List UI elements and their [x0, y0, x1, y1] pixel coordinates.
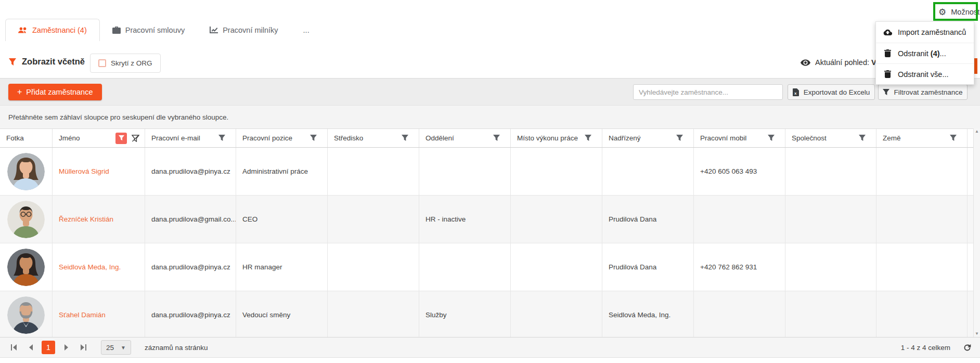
column-header-label: Pracovní pozice [242, 134, 292, 142]
cell-zeme [876, 243, 968, 291]
table-row[interactable]: Sťahel Damiándana.prudilova@pinya.czVedo… [0, 291, 980, 337]
search-input[interactable] [633, 84, 783, 100]
column-header-name[interactable]: Jméno [53, 129, 145, 147]
avatar [7, 296, 45, 334]
scroll-up-icon[interactable]: ▲ [975, 129, 979, 134]
cell-position: HR manager [236, 243, 328, 291]
cell-mobil [694, 291, 785, 337]
hidden-from-org-checkbox[interactable] [98, 59, 106, 67]
page-size-value: 25 [106, 344, 114, 352]
active-filter-icon[interactable] [115, 133, 127, 144]
column-header-photo[interactable]: Fotka [0, 129, 53, 147]
options-button-label: Možnosti [951, 8, 980, 16]
employee-grid: FotkaJménoPracovní e-mailPracovní pozice… [0, 128, 980, 337]
group-drop-zone-text: Přetáhněte sem záhlaví sloupce pro sesku… [8, 113, 228, 121]
cell-zeme [876, 148, 968, 195]
column-filter-icon[interactable] [768, 135, 775, 141]
column-filter-icon[interactable] [585, 135, 591, 141]
cell-misto_vykonu [511, 243, 602, 291]
employee-name-link[interactable]: Sťahel Damián [59, 311, 106, 319]
column-header-label: Země [883, 134, 901, 142]
cell-oddeleni [419, 243, 511, 291]
column-header-stredisko[interactable]: Středisko [328, 129, 419, 147]
options-menu: Import zaměstnancůOdstranit (4)...Odstra… [875, 21, 974, 85]
add-employee-button[interactable]: + Přidat zaměstnance [8, 84, 102, 100]
column-filter-icon[interactable] [310, 135, 317, 141]
column-header-email[interactable]: Pracovní e-mail [145, 129, 236, 147]
scroll-down-icon[interactable]: ▼ [975, 332, 979, 336]
clear-filter-icon[interactable] [132, 135, 139, 142]
cell-stredisko [328, 148, 419, 195]
trash-icon [883, 49, 892, 57]
filter-funnel-icon [8, 58, 17, 66]
employee-name-link[interactable]: Řezníček Kristián [59, 215, 113, 223]
table-row[interactable]: Řezníček Kristiándana.prudilova@gmail.co… [0, 196, 980, 243]
menu-item-1[interactable]: Import zaměstnanců [876, 22, 974, 43]
cell-spolecnost [785, 243, 876, 291]
range-label: 1 - 4 z 4 celkem [901, 344, 950, 352]
cell-oddeleni [419, 148, 511, 195]
cell-mobil: +420 605 063 493 [694, 148, 785, 195]
funnel-icon [883, 89, 889, 96]
employee-name-link[interactable]: Müllerová Sigrid [59, 167, 109, 175]
cell-position: CEO [236, 196, 328, 243]
filter-employees-button[interactable]: Filtrovat zaměstnance [878, 84, 968, 100]
toolbar: + Přidat zaměstnance x Exportovat do Exc… [0, 78, 980, 105]
column-filter-icon[interactable] [402, 135, 408, 141]
table-row[interactable]: Müllerová Sigriddana.prudilova@pinya.czA… [0, 148, 980, 196]
people-icon [18, 27, 28, 34]
tab-2[interactable]: Pracovní smlouvy [100, 19, 197, 41]
refresh-icon[interactable] [963, 343, 972, 352]
tab-4[interactable]: ... [291, 19, 322, 41]
current-view: Aktuální pohled: Výc [801, 58, 885, 67]
cell-stredisko [328, 291, 419, 337]
column-header-zeme[interactable]: Země [876, 129, 968, 147]
hidden-from-org-toggle[interactable]: Skrytí z ORG [90, 54, 161, 73]
hidden-from-org-label: Skrytí z ORG [111, 59, 152, 67]
cell-mobil [694, 196, 785, 243]
cell-stredisko [328, 196, 419, 243]
column-header-position[interactable]: Pracovní pozice [236, 129, 328, 147]
column-header-spolecnost[interactable]: Společnost [785, 129, 876, 147]
grid-vertical-scrollbar[interactable]: ▲ ▼ [973, 128, 980, 337]
briefcase-icon [112, 27, 121, 34]
trash-icon [883, 70, 892, 78]
column-filter-icon[interactable] [676, 135, 683, 141]
cloud-upload-icon [883, 29, 892, 35]
tab-label: ... [303, 26, 310, 34]
cell-nadrizeny: Prudilová Dana [602, 196, 694, 243]
column-header-misto_vykonu[interactable]: Místo výkonu práce [511, 129, 602, 147]
column-filter-icon[interactable] [218, 135, 225, 141]
excel-file-icon: x [793, 88, 800, 96]
column-header-nadrizeny[interactable]: Nadřízený [602, 129, 694, 147]
export-excel-button[interactable]: x Exportovat do Excelu [788, 84, 875, 100]
first-page-button[interactable] [8, 342, 20, 353]
cell-photo [0, 196, 53, 243]
cell-zeme [876, 291, 968, 337]
last-page-button[interactable] [77, 342, 88, 353]
column-filter-icon[interactable] [950, 135, 957, 141]
table-row[interactable]: Seidlová Meda, Ing.dana.prudilova@pinya.… [0, 243, 980, 291]
column-header-mobil[interactable]: Pracovní mobil [694, 129, 785, 147]
tab-3[interactable]: Pracovní milníky [197, 19, 290, 41]
page-size-select[interactable]: 25 ▼ [101, 340, 131, 355]
group-drop-zone[interactable]: Přetáhněte sem záhlaví sloupce pro sesku… [0, 105, 980, 128]
prev-page-button[interactable] [25, 342, 36, 353]
current-page-button[interactable]: 1 [42, 341, 55, 354]
menu-item-2[interactable]: Odstranit (4)... [876, 43, 974, 63]
options-button[interactable]: ⚙ Možnosti ▾ [938, 5, 980, 19]
column-header-oddeleni[interactable]: Oddělení [419, 129, 511, 147]
cell-position: Administrativní práce [236, 148, 328, 195]
avatar [7, 201, 45, 238]
column-filter-icon[interactable] [493, 135, 500, 141]
next-page-button[interactable] [60, 342, 72, 353]
menu-item-3[interactable]: Odstranit vše... [876, 63, 974, 84]
column-header-label: Pracovní e-mail [151, 134, 200, 142]
column-filter-icon[interactable] [859, 135, 866, 141]
cell-spolecnost [785, 148, 876, 195]
column-header-label: Fotka [6, 134, 24, 142]
cell-email: dana.prudilova@pinya.cz [145, 148, 236, 195]
employee-name-link[interactable]: Seidlová Meda, Ing. [59, 263, 121, 271]
tab-1[interactable]: Zaměstnanci (4) [5, 19, 100, 41]
grid-body: Müllerová Sigriddana.prudilova@pinya.czA… [0, 148, 980, 337]
